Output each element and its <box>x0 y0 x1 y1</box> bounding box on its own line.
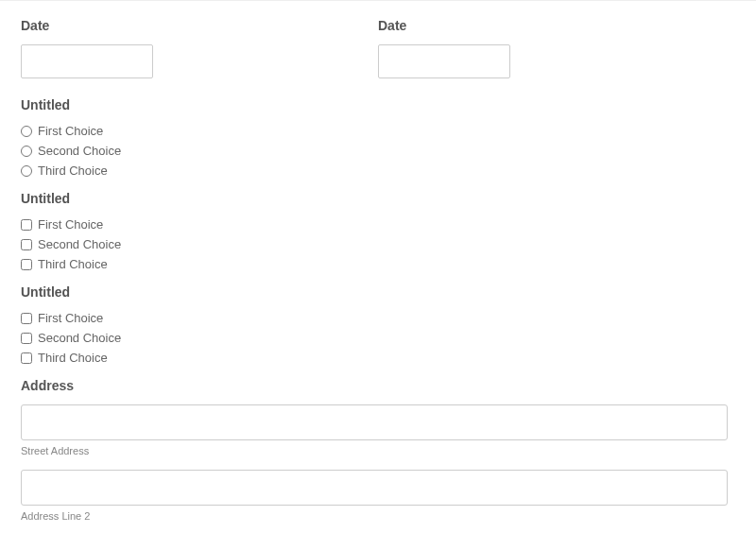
date-field-left: Date <box>21 18 378 78</box>
date-input-right[interactable] <box>378 44 510 78</box>
checkbox-option-label: First Choice <box>38 311 103 325</box>
checkbox-group-2: Untitled First Choice Second Choice Thir… <box>21 284 735 365</box>
address-line2-sublabel: Address Line 2 <box>21 510 735 522</box>
checkbox-option: First Choice <box>21 217 735 232</box>
checkbox-option: First Choice <box>21 311 735 325</box>
address-label: Address <box>21 378 735 393</box>
address-section: Address Street Address Address Line 2 <box>21 378 735 522</box>
checkbox-input[interactable] <box>21 333 32 344</box>
radio-option-label: First Choice <box>38 124 103 138</box>
checkbox-option: Third Choice <box>21 351 735 365</box>
radio-input[interactable] <box>21 165 32 177</box>
radio-option: First Choice <box>21 124 735 138</box>
date-label-left: Date <box>21 18 378 33</box>
address-line2-input[interactable] <box>21 470 728 506</box>
checkbox-input[interactable] <box>21 239 32 250</box>
radio-group-1-label: Untitled <box>21 97 735 112</box>
checkbox-option-label: Third Choice <box>38 351 108 365</box>
checkbox-option: Second Choice <box>21 237 735 251</box>
checkbox-option-label: Second Choice <box>38 331 121 345</box>
checkbox-option-label: First Choice <box>38 217 103 232</box>
checkbox-option: Second Choice <box>21 331 735 345</box>
radio-option: Second Choice <box>21 144 735 158</box>
street-address-input[interactable] <box>21 404 728 440</box>
checkbox-group-1: Untitled First Choice Second Choice Thir… <box>21 191 735 271</box>
radio-group-1: Untitled First Choice Second Choice Thir… <box>21 97 735 178</box>
street-address-sublabel: Street Address <box>21 445 735 456</box>
radio-option-label: Third Choice <box>38 163 108 178</box>
checkbox-input[interactable] <box>21 352 32 364</box>
checkbox-option-label: Third Choice <box>38 257 108 271</box>
radio-input[interactable] <box>21 126 32 137</box>
checkbox-input[interactable] <box>21 219 32 231</box>
checkbox-option: Third Choice <box>21 257 735 271</box>
checkbox-group-1-label: Untitled <box>21 191 735 206</box>
radio-option: Third Choice <box>21 163 735 178</box>
radio-option-label: Second Choice <box>38 144 121 158</box>
date-field-right: Date <box>378 18 735 78</box>
radio-input[interactable] <box>21 146 32 157</box>
checkbox-input[interactable] <box>21 313 32 324</box>
date-label-right: Date <box>378 18 735 33</box>
checkbox-group-2-label: Untitled <box>21 284 735 300</box>
checkbox-input[interactable] <box>21 259 32 270</box>
date-input-left[interactable] <box>21 44 153 78</box>
checkbox-option-label: Second Choice <box>38 237 121 251</box>
